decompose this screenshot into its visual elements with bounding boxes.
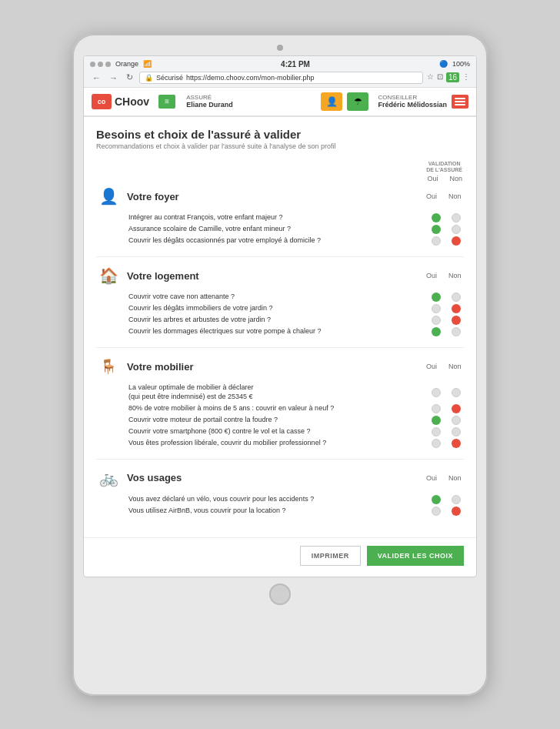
non-dot[interactable] [452, 495, 461, 504]
table-row: Couvrir votre moteur de portail contre l… [128, 416, 464, 425]
non-dot[interactable] [452, 225, 461, 234]
logo-text: CHoov [115, 95, 149, 108]
home-button[interactable] [269, 584, 291, 605]
oui-label-global: Oui [427, 175, 439, 182]
non-dot[interactable] [452, 404, 461, 413]
user-icon: 👤 [321, 92, 342, 111]
page-title: Besoins et choix de l'assuré à valider [96, 128, 464, 141]
validate-button[interactable]: VALIDER LES CHOIX [367, 546, 464, 566]
secure-icon: 🔒 [145, 74, 153, 82]
app-header: co CHoov ≡ ASSURÉ Eliane Durand 👤 ☂ CONS… [84, 88, 476, 117]
url-bar[interactable]: 🔒 Sécurisé https://demo.choov.com/mon-mo… [139, 72, 423, 84]
validation-header-text: VALIDATIONDE L'ASSURÉ [426, 161, 462, 174]
oui-dot[interactable] [432, 213, 441, 222]
non-dot[interactable] [452, 439, 461, 448]
oui-dot[interactable] [432, 427, 441, 436]
oui-dot[interactable] [432, 236, 441, 246]
oui-dot[interactable] [432, 416, 441, 425]
table-row: Couvrir les arbres et arbustes de votre … [128, 316, 464, 325]
mobilier-questions: La valeur optimale de mobilier à déclare… [128, 383, 464, 447]
signal-dot-1 [90, 62, 95, 67]
page-content: Besoins et choix de l'assuré à valider R… [84, 117, 476, 537]
conseiller-info: CONSEILLER Frédéric Mélidossian [378, 94, 447, 109]
nav-icon[interactable]: ≡ [158, 95, 175, 109]
signal-dot-3 [105, 62, 111, 67]
section-usages-header: 🚲 Vos usages Oui Non [96, 466, 464, 490]
battery-display: 100% [452, 60, 470, 68]
more-icon[interactable]: ⋮ [462, 72, 470, 82]
browser-actions: ☆ ⊡ 16 ⋮ [427, 72, 470, 82]
table-row: Couvrir les dégâts immobiliers de votre … [128, 304, 464, 313]
non-dot[interactable] [452, 416, 461, 425]
browser-bar: Orange 📶 4:21 PM 🔵 100% ← → ↻ 🔒 Sécurisé… [84, 56, 476, 88]
usages-non-label: Non [448, 474, 461, 482]
section-usages: 🚲 Vos usages Oui Non Vous avez déclaré u… [96, 466, 464, 516]
section-logement: 🏠 Votre logement Oui Non Couvrir votre c… [96, 263, 464, 336]
non-label-global: Non [450, 175, 462, 182]
wifi-icon: 📶 [143, 60, 152, 68]
non-dot[interactable] [452, 427, 461, 436]
oui-dot[interactable] [432, 327, 441, 336]
foyer-oui-label: Oui [425, 192, 438, 200]
oui-dot[interactable] [432, 304, 441, 313]
table-row: Intégrer au contrat François, votre enfa… [128, 213, 464, 222]
foyer-title: Votre foyer [127, 191, 179, 202]
oui-dot[interactable] [432, 388, 441, 397]
mobilier-title: Votre mobilier [127, 361, 193, 373]
foyer-questions: Intégrer au contrat François, votre enfa… [128, 213, 464, 246]
carrier-text: Orange [115, 60, 138, 68]
tablet: Orange 📶 4:21 PM 🔵 100% ← → ↻ 🔒 Sécurisé… [72, 34, 488, 696]
section-foyer: 👤 Votre foyer Oui Non Intégrer au contra… [96, 184, 464, 246]
oui-dot[interactable] [432, 225, 441, 234]
oui-dot[interactable] [432, 293, 441, 302]
table-row: La valeur optimale de mobilier à déclare… [128, 383, 464, 401]
oui-dot[interactable] [432, 495, 441, 504]
time-display: 4:21 PM [156, 60, 435, 69]
logo: co CHoov [92, 94, 149, 109]
non-dot[interactable] [452, 316, 461, 325]
star-icon[interactable]: ☆ [427, 72, 434, 82]
non-dot[interactable] [452, 304, 461, 313]
section-foyer-header: 👤 Votre foyer Oui Non [96, 184, 464, 209]
forward-button[interactable]: → [107, 72, 120, 83]
validation-area-header: VALIDATIONDE L'ASSURÉ Oui Non [96, 161, 464, 183]
refresh-button[interactable]: ↻ [124, 72, 135, 83]
menu-icon[interactable] [452, 95, 468, 109]
print-button[interactable]: IMPRIMER [300, 546, 361, 566]
table-row: Vous utilisez AirBnB, vous couvrir pour … [128, 507, 464, 516]
mobilier-icon: 🪑 [96, 354, 121, 379]
oui-dot[interactable] [432, 439, 441, 448]
oui-dot[interactable] [432, 507, 441, 516]
logement-icon: 🏠 [96, 263, 121, 288]
table-row: 80% de votre mobilier à moins de 5 ans :… [128, 404, 464, 413]
logement-questions: Couvrir votre cave non attenante ? Couvr… [128, 293, 464, 336]
logement-title: Votre logement [127, 270, 199, 282]
back-button[interactable]: ← [90, 72, 103, 83]
oui-dot[interactable] [432, 316, 441, 325]
logement-non-label: Non [448, 272, 461, 279]
usages-oui-label: Oui [425, 474, 438, 482]
tablet-screen: Orange 📶 4:21 PM 🔵 100% ← → ↻ 🔒 Sécurisé… [83, 55, 477, 577]
logo-icon: co [92, 94, 112, 109]
bookmark-icon[interactable]: ⊡ [437, 72, 443, 82]
non-dot[interactable] [452, 236, 461, 246]
table-row: Couvrir votre cave non attenante ? [128, 293, 464, 302]
bluetooth-icon: 🔵 [439, 60, 448, 68]
tab-count[interactable]: 16 [446, 72, 459, 82]
non-dot[interactable] [452, 293, 461, 302]
footer-buttons: IMPRIMER VALIDER LES CHOIX [84, 537, 476, 577]
section-logement-header: 🏠 Votre logement Oui Non [96, 263, 464, 288]
mobilier-oui-label: Oui [425, 363, 438, 370]
non-dot[interactable] [452, 507, 461, 516]
non-dot[interactable] [452, 388, 461, 397]
signal-dot-2 [98, 62, 103, 67]
logement-oui-label: Oui [425, 272, 438, 279]
tablet-camera [277, 45, 283, 51]
umbrella-icon: ☂ [347, 92, 368, 111]
mobilier-non-label: Non [448, 363, 461, 370]
usages-icon: 🚲 [96, 466, 121, 490]
non-dot[interactable] [452, 327, 461, 336]
usages-title: Vos usages [127, 472, 182, 483]
oui-dot[interactable] [432, 404, 441, 413]
non-dot[interactable] [452, 213, 461, 222]
